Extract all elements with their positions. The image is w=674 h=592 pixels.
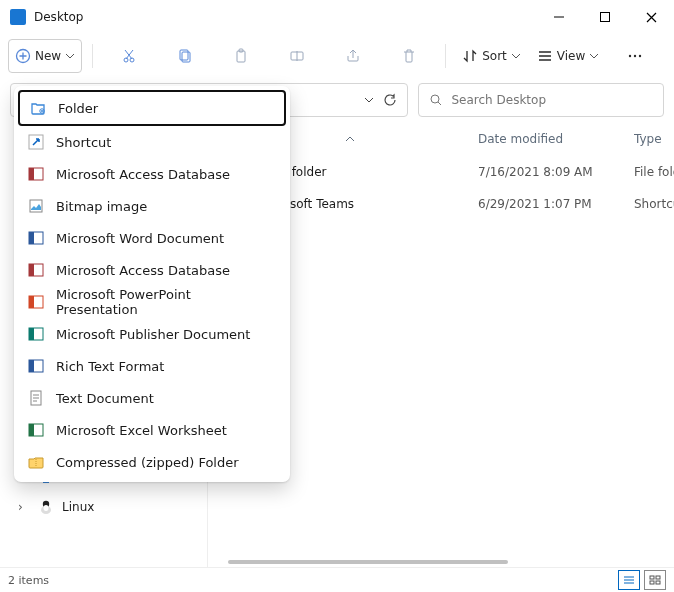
svg-rect-20 bbox=[650, 581, 654, 584]
horizontal-scrollbar[interactable] bbox=[208, 557, 674, 567]
menu-item-access-db[interactable]: Microsoft Access Database bbox=[18, 158, 286, 190]
svg-rect-21 bbox=[656, 581, 660, 584]
delete-icon bbox=[401, 48, 417, 64]
search-box[interactable] bbox=[418, 83, 664, 117]
cut-icon bbox=[121, 48, 137, 64]
menu-item-word[interactable]: Microsoft Word Document bbox=[18, 222, 286, 254]
col-type[interactable]: Type bbox=[634, 132, 674, 146]
chevron-down-icon bbox=[589, 51, 599, 61]
svg-point-17 bbox=[44, 505, 49, 511]
menu-item-powerpoint[interactable]: Microsoft PowerPoint Presentation bbox=[18, 286, 286, 318]
rtf-icon bbox=[28, 358, 44, 374]
maximize-button[interactable] bbox=[582, 0, 628, 34]
svg-rect-36 bbox=[29, 360, 34, 372]
paste-icon bbox=[233, 48, 249, 64]
new-label: New bbox=[35, 49, 61, 63]
menu-item-zip[interactable]: Compressed (zipped) Folder bbox=[18, 446, 286, 478]
menu-item-publisher[interactable]: Microsoft Publisher Document bbox=[18, 318, 286, 350]
folder-icon bbox=[30, 100, 46, 116]
text-icon bbox=[28, 390, 44, 406]
copy-button[interactable] bbox=[159, 40, 211, 72]
svg-point-11 bbox=[639, 55, 641, 57]
menu-item-bitmap[interactable]: Bitmap image bbox=[18, 190, 286, 222]
publisher-icon bbox=[28, 326, 44, 342]
sort-asc-icon bbox=[345, 134, 355, 144]
sidebar-item-linux[interactable]: › Linux bbox=[0, 492, 207, 522]
paste-button[interactable] bbox=[215, 40, 267, 72]
svg-rect-6 bbox=[237, 51, 245, 62]
app-icon bbox=[10, 9, 26, 25]
titlebar[interactable]: Desktop bbox=[0, 0, 674, 34]
shortcut-icon bbox=[28, 134, 44, 150]
search-icon bbox=[429, 93, 441, 107]
share-button[interactable] bbox=[327, 40, 379, 72]
bitmap-icon bbox=[28, 198, 44, 214]
rename-button[interactable] bbox=[271, 40, 323, 72]
sort-label: Sort bbox=[482, 49, 507, 63]
svg-rect-32 bbox=[29, 296, 34, 308]
copy-icon bbox=[177, 48, 193, 64]
menu-item-shortcut[interactable]: Shortcut bbox=[18, 126, 286, 158]
word-icon bbox=[28, 230, 44, 246]
svg-rect-28 bbox=[29, 232, 34, 244]
sort-button[interactable]: Sort bbox=[456, 40, 527, 72]
svg-point-10 bbox=[634, 55, 636, 57]
chevron-down-icon bbox=[511, 51, 521, 61]
col-date[interactable]: Date modified bbox=[478, 132, 634, 146]
zip-icon bbox=[28, 454, 44, 470]
chevron-down-icon bbox=[65, 51, 75, 61]
menu-item-excel[interactable]: Microsoft Excel Worksheet bbox=[18, 414, 286, 446]
access-icon bbox=[28, 166, 44, 182]
more-button[interactable] bbox=[609, 40, 661, 72]
view-icon bbox=[537, 48, 553, 64]
view-label: View bbox=[557, 49, 585, 63]
share-icon bbox=[345, 48, 361, 64]
menu-item-access-db[interactable]: Microsoft Access Database bbox=[18, 254, 286, 286]
minimize-button[interactable] bbox=[536, 0, 582, 34]
cut-button[interactable] bbox=[103, 40, 155, 72]
item-count: 2 items bbox=[8, 574, 49, 587]
chevron-down-icon[interactable] bbox=[363, 94, 375, 106]
svg-rect-25 bbox=[29, 168, 34, 180]
svg-point-9 bbox=[629, 55, 631, 57]
rename-icon bbox=[289, 48, 305, 64]
search-input[interactable] bbox=[449, 92, 653, 108]
access-icon bbox=[28, 262, 44, 278]
svg-rect-19 bbox=[656, 576, 660, 579]
separator bbox=[92, 44, 93, 68]
chevron-right-icon: › bbox=[18, 500, 30, 514]
powerpoint-icon bbox=[28, 294, 44, 310]
details-view-toggle[interactable] bbox=[618, 570, 640, 590]
svg-rect-30 bbox=[29, 264, 34, 276]
menu-item-folder[interactable]: Folder bbox=[18, 90, 286, 126]
excel-icon bbox=[28, 422, 44, 438]
icons-view-toggle[interactable] bbox=[644, 570, 666, 590]
linux-icon bbox=[38, 499, 54, 515]
sidebar-item-label: Linux bbox=[62, 500, 94, 514]
ellipsis-icon bbox=[627, 48, 643, 64]
delete-button[interactable] bbox=[383, 40, 435, 72]
separator bbox=[445, 44, 446, 68]
window-title: Desktop bbox=[34, 10, 84, 24]
svg-rect-34 bbox=[29, 328, 34, 340]
new-button[interactable]: New bbox=[8, 39, 82, 73]
view-button[interactable]: View bbox=[531, 40, 605, 72]
menu-item-text[interactable]: Text Document bbox=[18, 382, 286, 414]
status-bar: 2 items bbox=[0, 567, 674, 592]
toolbar: New Sort View bbox=[0, 34, 674, 78]
svg-rect-18 bbox=[650, 576, 654, 579]
menu-item-rtf[interactable]: Rich Text Format bbox=[18, 350, 286, 382]
new-menu: Folder Shortcut Microsoft Access Databas… bbox=[14, 86, 290, 482]
sort-icon bbox=[462, 48, 478, 64]
refresh-icon[interactable] bbox=[383, 93, 397, 107]
svg-rect-39 bbox=[29, 424, 34, 436]
svg-point-12 bbox=[431, 95, 439, 103]
svg-rect-0 bbox=[601, 13, 610, 22]
close-button[interactable] bbox=[628, 0, 674, 34]
